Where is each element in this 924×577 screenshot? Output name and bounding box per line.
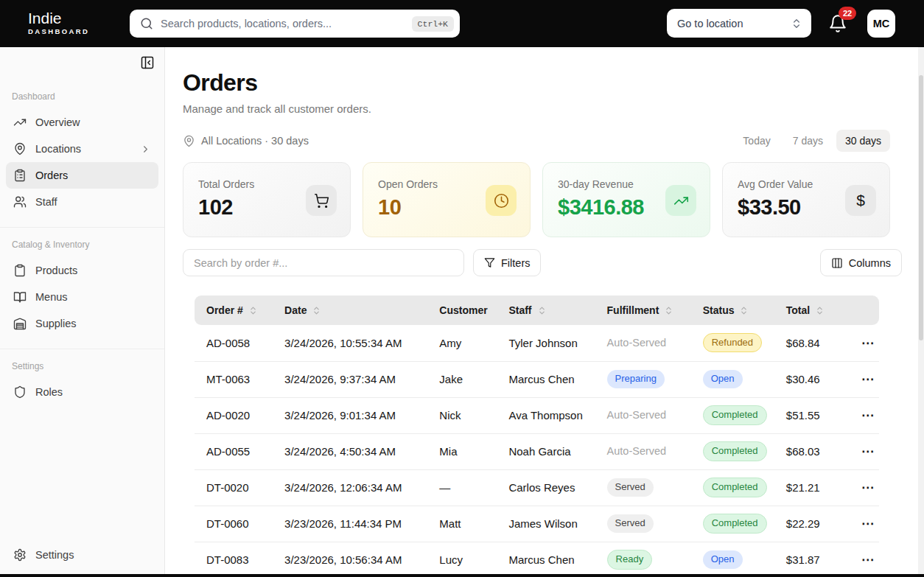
sidebar-item-label: Locations — [35, 143, 81, 155]
sort-icon — [815, 306, 825, 315]
topbar: Indie DASHBOARD Ctrl+K Go to location 22… — [0, 0, 924, 47]
range-30days-button[interactable]: 30 days — [836, 130, 890, 152]
sidebar-item-overview[interactable]: Overview — [6, 109, 158, 136]
row-actions-button[interactable]: ⋯ — [857, 478, 879, 497]
columns-button[interactable]: Columns — [820, 249, 902, 276]
row-actions-button[interactable]: ⋯ — [857, 550, 879, 569]
trending-up-icon — [13, 116, 27, 129]
table-row[interactable]: DT-0083 3/23/2026, 10:56:34 AM Lucy Marc… — [195, 542, 879, 574]
order-date: 3/23/2026, 10:56:34 AM — [273, 542, 427, 574]
order-date: 3/24/2026, 9:37:34 AM — [273, 361, 427, 397]
table-row[interactable]: DT-0060 3/23/2026, 11:44:34 PM Matt Jame… — [195, 506, 879, 542]
column-header-order[interactable]: Order # — [195, 296, 273, 325]
date-range-toggle: Today 7 days 30 days — [734, 130, 890, 152]
sort-icon — [312, 306, 321, 315]
vertical-scrollbar[interactable] — [918, 47, 924, 574]
sidebar-collapse-button[interactable] — [140, 55, 155, 70]
logo-line2: DASHBOARD — [28, 27, 89, 35]
sidebar-divider — [0, 349, 164, 349]
avatar[interactable]: MC — [867, 10, 895, 38]
sort-icon — [537, 306, 547, 315]
shield-icon — [13, 385, 27, 399]
sidebar-item-label: Settings — [35, 549, 74, 561]
filters-button[interactable]: Filters — [473, 249, 541, 276]
meta-row: All Locations · 30 days Today 7 days 30 … — [183, 130, 890, 152]
table-row[interactable]: AD-0020 3/24/2026, 9:01:34 AM Nick Ava T… — [195, 397, 879, 433]
sidebar-item-locations[interactable]: Locations — [6, 136, 158, 162]
sidebar-item-supplies[interactable]: Supplies — [6, 310, 158, 337]
table-row[interactable]: AD-0055 3/24/2026, 4:50:34 AM Mia Noah G… — [195, 433, 879, 469]
sidebar-divider — [0, 227, 164, 228]
column-header-total[interactable]: Total — [774, 296, 845, 325]
global-search-input[interactable] — [161, 18, 412, 29]
stat-cards: Total Orders 102 Open Orders 10 30-day R… — [183, 162, 890, 237]
page-title: Orders — [183, 69, 890, 97]
sidebar-collapse-row — [0, 47, 164, 80]
column-header-staff[interactable]: Staff — [497, 296, 595, 325]
page-subtitle: Manage and track all customer orders. — [183, 102, 890, 115]
clipboard-list-icon — [13, 169, 27, 182]
row-actions-button[interactable]: ⋯ — [857, 406, 879, 424]
order-total: $30.46 — [774, 361, 845, 397]
order-id: MT-0063 — [195, 361, 273, 397]
logo-line1: Indie — [28, 10, 89, 27]
column-header-fulfillment[interactable]: Fulfillment — [595, 296, 691, 325]
gear-icon — [13, 548, 27, 562]
order-search-input[interactable] — [183, 249, 464, 276]
sidebar-item-label: Overview — [35, 116, 80, 128]
range-today-button[interactable]: Today — [734, 130, 779, 152]
sidebar-item-menus[interactable]: Menus — [6, 284, 158, 310]
row-actions-button[interactable]: ⋯ — [857, 370, 879, 388]
sidebar: Dashboard Overview Locations Orders — [0, 47, 165, 574]
order-date: 3/24/2026, 4:50:34 AM — [273, 433, 427, 469]
sidebar-item-roles[interactable]: Roles — [6, 379, 158, 405]
fulfillment-badge: Ready — [607, 550, 653, 569]
chevron-right-icon — [140, 144, 151, 155]
order-customer: Amy — [427, 325, 497, 361]
order-date: 3/24/2026, 9:01:34 AM — [273, 397, 427, 433]
order-id: DT-0020 — [195, 469, 273, 506]
table-header-row: Order # Date Customer Staff Fulfillment … — [195, 296, 879, 325]
stat-card-open-orders: Open Orders 10 — [363, 162, 531, 237]
order-id: AD-0020 — [195, 397, 273, 433]
status-badge: Completed — [703, 405, 767, 424]
users-icon — [13, 195, 27, 209]
row-actions-button[interactable]: ⋯ — [857, 442, 879, 461]
column-header-date[interactable]: Date — [273, 296, 427, 325]
sidebar-item-orders[interactable]: Orders — [6, 162, 158, 189]
warehouse-icon — [13, 317, 27, 330]
location-select[interactable]: Go to location — [667, 9, 811, 38]
sidebar-item-products[interactable]: Products — [6, 257, 158, 284]
status-badge: Open — [703, 550, 743, 568]
book-open-icon — [13, 290, 27, 304]
table-toolbar: Filters Columns — [183, 249, 890, 276]
range-7days-button[interactable]: 7 days — [784, 130, 832, 152]
column-header-status[interactable]: Status — [691, 296, 774, 325]
sidebar-item-settings[interactable]: Settings — [6, 542, 158, 568]
shopping-cart-icon — [306, 185, 337, 216]
columns-icon — [831, 257, 843, 269]
table-row[interactable]: MT-0063 3/24/2026, 9:37:34 AM Jake Marcu… — [195, 361, 879, 397]
sidebar-item-label: Orders — [35, 169, 68, 181]
table-row[interactable]: AD-0058 3/24/2026, 10:55:34 AM Amy Tyler… — [195, 325, 879, 361]
row-actions-button[interactable]: ⋯ — [857, 514, 879, 533]
table-row[interactable]: DT-0020 3/24/2026, 12:06:34 AM — Carlos … — [195, 469, 879, 506]
notification-count-badge: 22 — [839, 7, 856, 20]
fulfillment-badge: Auto-Served — [607, 336, 667, 349]
map-pin-icon — [183, 135, 195, 147]
order-staff: Carlos Reyes — [497, 469, 595, 506]
order-total: $31.87 — [774, 542, 845, 574]
order-customer: Matt — [427, 506, 497, 542]
order-staff: Tyler Johnson — [497, 325, 595, 361]
sidebar-item-staff[interactable]: Staff — [6, 189, 158, 215]
scrollbar-thumb[interactable] — [919, 75, 923, 340]
main-content: Orders Manage and track all customer ord… — [165, 47, 924, 574]
dollar-icon: $ — [845, 185, 876, 216]
stat-card-revenue: 30-day Revenue $3416.88 — [542, 162, 710, 237]
global-search[interactable]: Ctrl+K — [130, 10, 460, 38]
row-actions-button[interactable]: ⋯ — [857, 334, 879, 352]
column-header-customer[interactable]: Customer — [427, 296, 497, 325]
section-label-dashboard: Dashboard — [12, 91, 153, 102]
keyboard-shortcut-badge: Ctrl+K — [412, 16, 454, 32]
sort-icon — [664, 306, 673, 315]
